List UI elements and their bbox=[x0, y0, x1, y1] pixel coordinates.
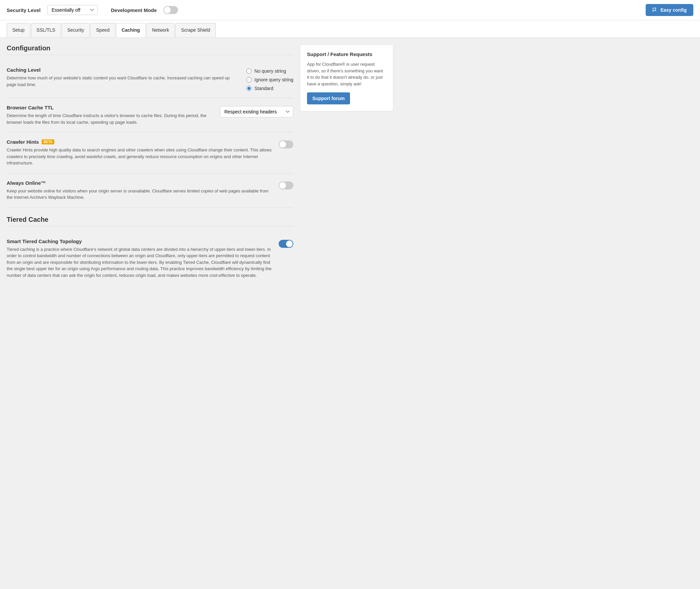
radio-no-query-string-label: No query string bbox=[254, 68, 286, 74]
crawler-hints-control bbox=[279, 139, 293, 148]
always-online-text: Always Online™ Keep your website online … bbox=[7, 180, 272, 201]
support-card-desc: App for Cloudflare® is user request driv… bbox=[307, 61, 386, 87]
dev-mode-label: Development Mode bbox=[111, 7, 157, 13]
caching-level-desc: Determine how much of your website's sta… bbox=[7, 75, 240, 88]
crawler-hints-section: Crawler Hints beta Crawler Hints provide… bbox=[7, 133, 293, 173]
tiered-cache-title: Tiered Cache bbox=[7, 216, 293, 226]
browser-cache-ttl-section: Browser Cache TTL Determine the length o… bbox=[7, 98, 293, 133]
beta-badge: beta bbox=[42, 140, 54, 145]
crawler-hints-title: Crawler Hints beta bbox=[7, 139, 272, 145]
smart-tiered-caching-toggle[interactable] bbox=[279, 240, 293, 248]
crawler-hints-desc: Crawler Hints provide high quality data … bbox=[7, 147, 272, 166]
tab-speed[interactable]: Speed bbox=[90, 23, 115, 37]
security-level-label: Security Level bbox=[7, 7, 41, 13]
radio-ignore-query-string[interactable]: Ignore query string bbox=[246, 77, 293, 82]
tab-network[interactable]: Network bbox=[146, 23, 175, 37]
left-panel: Configuration Caching Level Determine ho… bbox=[7, 44, 293, 285]
dev-mode-toggle[interactable] bbox=[163, 6, 178, 14]
always-online-toggle[interactable] bbox=[279, 181, 293, 189]
browser-cache-ttl-control: Respect existing headers30 minutes1 hour… bbox=[220, 105, 293, 118]
crawler-hints-text: Crawler Hints beta Crawler Hints provide… bbox=[7, 139, 272, 166]
caching-level-text: Caching Level Determine how much of your… bbox=[7, 67, 240, 88]
always-online-desc: Keep your website online for visitors wh… bbox=[7, 188, 272, 201]
tab-caching[interactable]: Caching bbox=[116, 23, 146, 37]
right-panel: Support / Feature Requests App for Cloud… bbox=[300, 44, 393, 285]
tab-bar: Setup SSL/TLS Security Speed Caching Net… bbox=[0, 20, 700, 38]
crawler-hints-slider bbox=[279, 141, 293, 148]
smart-tiered-caching-text: Smart Tiered Caching Topology Tiered cac… bbox=[7, 238, 272, 279]
configuration-title: Configuration bbox=[7, 44, 293, 55]
smart-tiered-caching-desc: Tiered caching is a practice where Cloud… bbox=[7, 246, 272, 279]
top-bar: Security Level Essentially offLowMediumH… bbox=[0, 0, 700, 20]
tab-scrape-shield[interactable]: Scrape Shield bbox=[175, 23, 216, 37]
radio-no-query-string[interactable]: No query string bbox=[246, 68, 293, 74]
always-online-control bbox=[279, 180, 293, 189]
smart-tiered-caching-section: Smart Tiered Caching Topology Tiered cac… bbox=[7, 232, 293, 285]
caching-level-control: No query string Ignore query string Stan… bbox=[246, 67, 293, 91]
main-content: Configuration Caching Level Determine ho… bbox=[0, 38, 400, 292]
tab-ssl-tls[interactable]: SSL/TLS bbox=[31, 23, 61, 37]
always-online-title: Always Online™ bbox=[7, 180, 272, 186]
always-online-section: Always Online™ Keep your website online … bbox=[7, 173, 293, 208]
security-level-select[interactable]: Essentially offLowMediumHighI'm Under At… bbox=[47, 5, 98, 15]
browser-cache-ttl-title: Browser Cache TTL bbox=[7, 105, 213, 111]
support-card: Support / Feature Requests App for Cloud… bbox=[300, 44, 393, 112]
smart-tiered-caching-title: Smart Tiered Caching Topology bbox=[7, 238, 272, 244]
browser-cache-ttl-text: Browser Cache TTL Determine the length o… bbox=[7, 105, 213, 126]
caching-level-section: Caching Level Determine how much of your… bbox=[7, 60, 293, 98]
smart-tiered-caching-control bbox=[279, 238, 293, 248]
dev-mode-slider bbox=[163, 6, 178, 14]
always-online-slider bbox=[279, 181, 293, 189]
smart-tiered-caching-slider bbox=[279, 240, 293, 248]
crawler-hints-toggle[interactable] bbox=[279, 141, 293, 148]
flag-icon bbox=[652, 7, 658, 13]
tab-setup[interactable]: Setup bbox=[7, 23, 30, 37]
tab-security[interactable]: Security bbox=[62, 23, 90, 37]
radio-standard-label: Standard bbox=[254, 86, 273, 91]
support-card-title: Support / Feature Requests bbox=[307, 51, 386, 57]
radio-ignore-query-string-label: Ignore query string bbox=[254, 77, 293, 82]
radio-no-query-string-input[interactable] bbox=[246, 68, 252, 74]
caching-level-title: Caching Level bbox=[7, 67, 240, 73]
browser-cache-ttl-desc: Determine the length of time Cloudflare … bbox=[7, 113, 213, 126]
radio-standard-input[interactable] bbox=[246, 86, 252, 91]
easy-config-button[interactable]: Easy config bbox=[646, 4, 693, 16]
support-forum-button[interactable]: Support forum bbox=[307, 92, 350, 105]
radio-standard[interactable]: Standard bbox=[246, 86, 293, 91]
browser-cache-ttl-select[interactable]: Respect existing headers30 minutes1 hour… bbox=[220, 106, 293, 118]
radio-ignore-query-string-input[interactable] bbox=[246, 77, 252, 82]
easy-config-label: Easy config bbox=[660, 7, 687, 13]
